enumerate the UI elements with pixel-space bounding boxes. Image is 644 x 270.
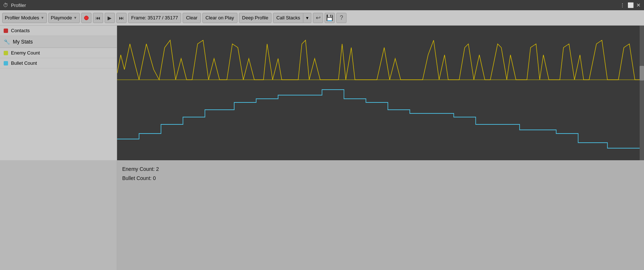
first-frame-icon: ⏮ [96, 15, 101, 21]
call-stacks-dropdown-button[interactable]: ▼ [303, 13, 311, 23]
last-frame-button[interactable]: ⏭ [116, 13, 127, 23]
restore-button[interactable]: ⬜ [627, 2, 634, 8]
window-title: Profiler [11, 3, 26, 8]
profiler-modules-dropdown[interactable]: Profiler Modules ▼ [2, 13, 47, 23]
bullet-count-item[interactable]: Bullet Count [0, 58, 117, 68]
chart-area [117, 26, 644, 160]
profiler-icon: ⏱ [3, 2, 9, 8]
call-stacks-button[interactable]: Call Stacks [273, 13, 303, 23]
enemy-count-stat: Enemy Count: 2 [122, 165, 639, 174]
more-options-button[interactable]: ⋮ [619, 2, 626, 8]
playmode-label: Playmode [51, 15, 72, 20]
bullet-count-color [4, 61, 8, 65]
deep-profile-button[interactable]: Deep Profile [239, 13, 272, 23]
bottom-right-panel: Enemy Count: 2 Bullet Count: 0 [117, 160, 644, 270]
top-section: Contacts 🔧 My Stats Enemy Count Bullet C… [0, 26, 644, 160]
stats-panel: Enemy Count: 2 Bullet Count: 0 [117, 160, 644, 187]
record-dot-icon [84, 16, 89, 20]
enemy-count-item[interactable]: Enemy Count [0, 48, 117, 58]
frame-display: Frame: 35177 / 35177 [128, 13, 181, 23]
enemy-count-color [4, 51, 8, 55]
save-icon: 💾 [326, 14, 333, 21]
svg-rect-0 [117, 26, 644, 160]
record-button[interactable] [81, 13, 91, 23]
close-button[interactable]: ✕ [635, 2, 642, 8]
help-button[interactable]: ? [336, 13, 347, 23]
bottom-section: Enemy Count: 2 Bullet Count: 0 [0, 160, 644, 270]
call-stacks-group: Call Stacks ▼ [273, 13, 311, 23]
frame-label: Frame: 35177 / 35177 [131, 15, 178, 20]
first-frame-button[interactable]: ⏮ [93, 13, 103, 23]
sidebar: Contacts 🔧 My Stats Enemy Count Bullet C… [0, 26, 117, 160]
clear-button[interactable]: Clear [183, 13, 201, 23]
bullet-count-label: Bullet Count [11, 60, 37, 66]
chart-svg [117, 26, 644, 160]
last-frame-icon: ⏭ [119, 15, 124, 21]
title-bar-controls: ⋮ ⬜ ✕ [619, 2, 642, 8]
content-wrapper: Contacts 🔧 My Stats Enemy Count Bullet C… [0, 26, 644, 270]
save-button[interactable]: 💾 [325, 13, 335, 23]
my-stats-label: My Stats [13, 39, 33, 45]
scrollbar-track[interactable] [640, 26, 644, 160]
toolbar: Profiler Modules ▼ Playmode ▼ ⏮ ▶ ⏭ Fram… [0, 10, 644, 26]
profiler-modules-label: Profiler Modules [5, 15, 39, 20]
profiler-modules-arrow-icon: ▼ [41, 16, 44, 20]
wrench-icon: 🔧 [4, 39, 10, 45]
enemy-count-label: Enemy Count [11, 50, 40, 56]
prev-frame-button[interactable]: ▶ [105, 13, 115, 23]
scrollbar-thumb[interactable] [640, 66, 644, 80]
title-bar: ⏱ Profiler ⋮ ⬜ ✕ [0, 0, 644, 10]
bullet-count-stat: Bullet Count: 0 [122, 174, 639, 183]
playmode-arrow-icon: ▼ [74, 16, 77, 20]
bottom-left-panel [0, 160, 117, 270]
load-button[interactable]: ↩ [313, 13, 323, 23]
call-stacks-arrow-icon: ▼ [305, 16, 309, 20]
contacts-label: Contacts [11, 28, 30, 33]
help-icon: ? [340, 15, 343, 21]
prev-frame-icon: ▶ [108, 15, 112, 21]
my-stats-header: 🔧 My Stats [0, 36, 117, 48]
contacts-item[interactable]: Contacts [0, 26, 117, 36]
playmode-dropdown[interactable]: Playmode ▼ [48, 13, 80, 23]
clear-on-play-button[interactable]: Clear on Play [202, 13, 237, 23]
load-icon: ↩ [316, 14, 321, 21]
contacts-color [4, 29, 8, 33]
